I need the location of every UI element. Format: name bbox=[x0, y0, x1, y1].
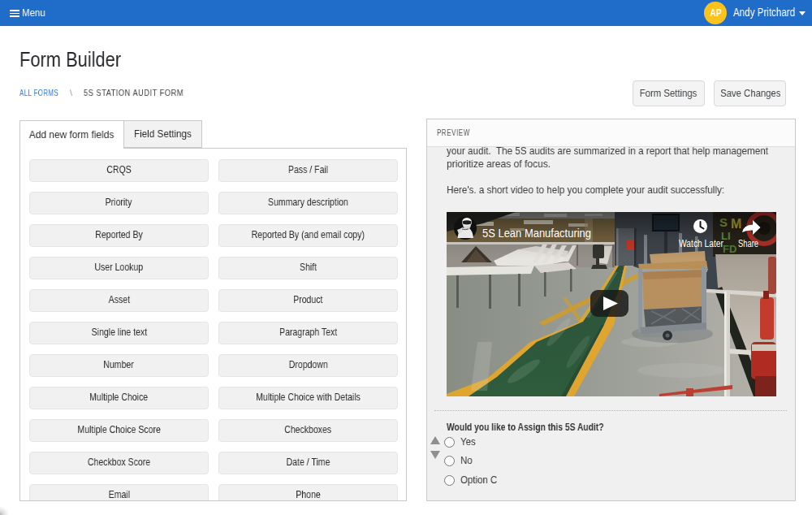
svg-text:5S Lean Manufacturing: 5S Lean Manufacturing bbox=[482, 226, 591, 240]
svg-text:Watch Later: Watch Later bbox=[679, 238, 723, 249]
svg-text:Share: Share bbox=[738, 238, 758, 249]
